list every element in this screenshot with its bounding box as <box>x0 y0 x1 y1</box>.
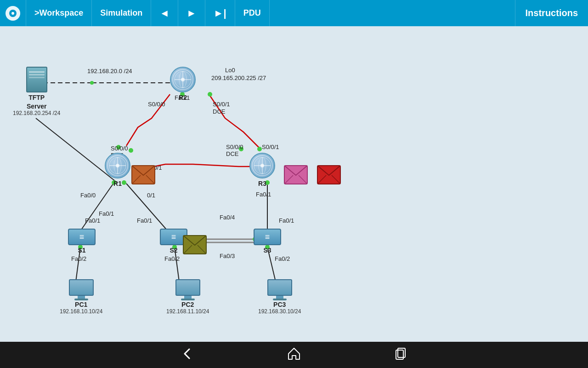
logo-button[interactable] <box>0 0 26 26</box>
brown-envelope-pdu[interactable] <box>131 165 155 184</box>
s2-fa03-label: Fa0/3 <box>220 253 235 259</box>
instructions-button[interactable]: Instructions <box>515 0 588 26</box>
server-icon <box>26 67 47 92</box>
s2-fa01-label: Fa0/1 <box>137 217 152 224</box>
s2-fa04-label: Fa0/4 <box>220 214 235 221</box>
r1-router-icon <box>105 153 130 178</box>
r3-dce-label: DCE <box>226 150 238 157</box>
s3-device[interactable]: S3 <box>254 229 281 254</box>
svg-point-5 <box>90 81 94 85</box>
s2-label: S2 <box>170 247 177 254</box>
step-button[interactable]: ►| <box>205 0 235 26</box>
r3-device[interactable]: R3 <box>249 153 275 187</box>
pc3-icon <box>267 279 292 299</box>
pc1-label: PC1 <box>75 301 87 308</box>
pc2-label: PC2 <box>181 301 194 308</box>
svg-point-40 <box>179 71 187 88</box>
recents-nav-button[interactable] <box>393 346 408 364</box>
r3-fa01-label: Fa0/1 <box>256 191 271 198</box>
svg-point-45 <box>114 157 121 174</box>
r2-device[interactable]: R2 <box>170 67 196 101</box>
s1-label: S1 <box>78 247 85 254</box>
r3-label: R3 <box>258 180 266 187</box>
svg-point-42 <box>109 157 126 174</box>
lo0-label: Lo0 <box>225 67 235 74</box>
r2-router-icon <box>170 67 196 92</box>
svg-point-41 <box>181 78 185 81</box>
network-canvas: 192.168.20.0 /24 Lo0 209.165.200.225 /27… <box>0 26 588 368</box>
r3-s000-label: S0/0/0 <box>226 144 243 150</box>
svg-point-50 <box>259 157 266 174</box>
pc1-icon <box>69 279 94 299</box>
r3-router-icon <box>249 153 275 178</box>
back-nav-button[interactable] <box>180 346 195 364</box>
pc1-device[interactable]: PC1 192.168.10.10/24 <box>60 279 102 315</box>
home-nav-button[interactable] <box>287 346 301 364</box>
s3-switch-icon <box>254 229 281 245</box>
s3-fa02-label: Fa0/2 <box>275 255 290 262</box>
s1-switch-icon <box>68 229 96 245</box>
svg-point-2 <box>11 12 14 15</box>
tftp-label: TFTP <box>28 94 45 101</box>
tftp-server-device[interactable]: TFTP Server 192.168.20.254 /24 <box>13 67 60 116</box>
r2-s001-label: S0/0/1 <box>213 101 230 108</box>
pc2-device[interactable]: PC2 192.168.11.10/24 <box>166 279 209 315</box>
pc1-ip: 192.168.10.10/24 <box>60 308 102 315</box>
svg-point-23 <box>257 147 262 151</box>
r1-fa01-label: Fa0/1 <box>99 210 114 217</box>
s1-fa02-label: Fa0/2 <box>71 255 86 262</box>
r2-network-label: 192.168.20.0 /24 <box>87 68 132 75</box>
svg-point-18 <box>129 148 133 153</box>
workspace-button[interactable]: >Workspace <box>26 0 92 26</box>
pink-envelope-pdu[interactable] <box>284 165 308 184</box>
back-button[interactable]: ◄ <box>151 0 178 26</box>
r1-fa00-label: Fa0/0 <box>80 192 96 199</box>
r2-s000-label: S0/0/0 <box>148 101 165 108</box>
r2-label: R2 <box>179 94 187 101</box>
svg-point-16 <box>208 92 212 97</box>
svg-point-46 <box>116 164 119 167</box>
server-label: Server <box>27 103 47 110</box>
r2-dce-right-label: DCE <box>213 108 225 115</box>
android-nav-bar <box>0 342 588 368</box>
r1-device[interactable]: R1 <box>105 153 130 187</box>
r1-label: R1 <box>113 180 122 187</box>
toolbar: >Workspace Simulation ◄ ► ►| PDU Instruc… <box>0 0 588 26</box>
pc2-icon <box>175 279 200 299</box>
s2-fa02-label: Fa0/2 <box>164 255 180 262</box>
pc3-device[interactable]: PC3 192.168.30.10/24 <box>258 279 301 315</box>
red-envelope-pdu[interactable] <box>317 165 341 184</box>
r3-s001-label: S0/0/1 <box>262 144 279 150</box>
simulation-button[interactable]: Simulation <box>92 0 151 26</box>
r1-s000-label: S0/0/0 <box>111 145 128 152</box>
play-button[interactable]: ► <box>178 0 205 26</box>
s1-fa01-label: Fa0/1 <box>85 217 100 224</box>
s3-fa01-label: Fa0/1 <box>279 217 294 224</box>
r2-loopback-label: 209.165.200.225 /27 <box>211 75 266 81</box>
pdu-button[interactable]: PDU <box>235 0 270 26</box>
svg-point-51 <box>260 164 264 167</box>
olive-envelope-pdu[interactable] <box>183 235 207 254</box>
pc2-ip: 192.168.11.10/24 <box>166 308 209 315</box>
pc3-label: PC3 <box>273 301 286 308</box>
r1-0slash1-label: 0/1 <box>147 192 155 199</box>
tftp-ip-label: 192.168.20.254 /24 <box>13 110 60 116</box>
pc3-ip: 192.168.30.10/24 <box>258 308 301 315</box>
svg-point-37 <box>175 71 191 88</box>
svg-point-47 <box>254 157 271 174</box>
s1-device[interactable]: S1 <box>68 229 96 254</box>
s3-label: S3 <box>263 247 271 254</box>
